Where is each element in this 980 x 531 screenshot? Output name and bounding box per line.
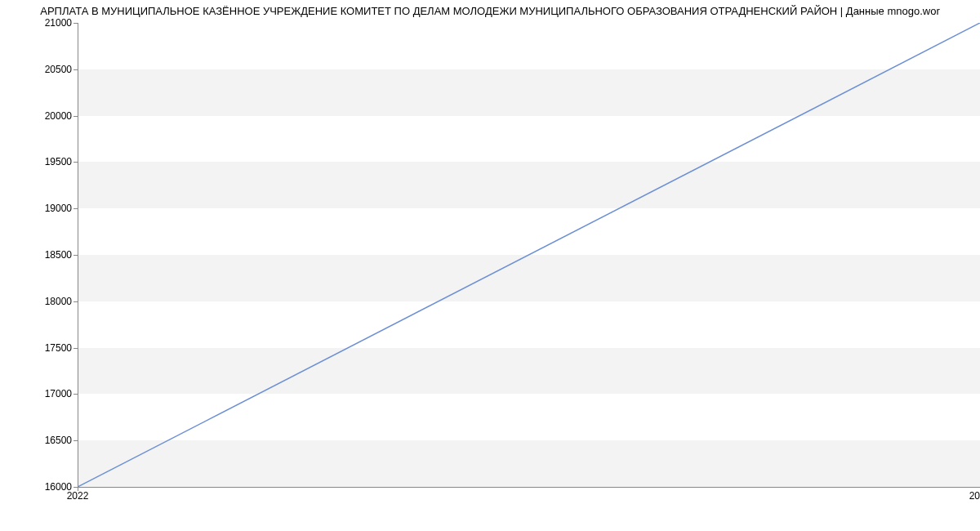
grid-band [78,348,980,395]
y-tick-mark [74,116,78,117]
y-tick-mark [74,255,78,256]
y-tick-label: 19500 [7,156,72,167]
y-tick-mark [74,208,78,209]
y-tick-mark [74,23,78,24]
grid-band [78,440,980,487]
y-tick-mark [74,162,78,163]
x-tick-label: 2022 [67,490,89,502]
y-tick-label: 17500 [7,342,72,354]
grid-band [78,255,980,301]
y-tick-label: 18500 [7,249,72,261]
y-tick-mark [74,394,78,395]
y-tick-label: 20500 [7,64,72,75]
plot-area [78,23,980,487]
y-tick-label: 17000 [7,388,72,399]
y-tick-label: 16500 [7,435,72,446]
x-tick-mark [78,487,78,491]
grid-band [78,69,980,116]
y-tick-label: 18000 [7,296,72,307]
grid-band [78,162,980,208]
y-tick-label: 20000 [7,110,72,122]
y-tick-mark [74,301,78,302]
y-tick-label: 16000 [7,481,72,493]
chart-container: АРПЛАТА В МУНИЦИПАЛЬНОЕ КАЗЁННОЕ УЧРЕЖДЕ… [0,0,980,531]
y-tick-mark [74,69,78,70]
chart-title: АРПЛАТА В МУНИЦИПАЛЬНОЕ КАЗЁННОЕ УЧРЕЖДЕ… [0,5,980,17]
y-tick-label: 21000 [7,17,72,29]
y-tick-mark [74,348,78,349]
y-tick-label: 19000 [7,203,72,214]
y-axis-line [78,23,78,487]
y-tick-mark [74,440,78,441]
x-axis-line [78,487,980,488]
x-tick-label: 2023 [969,490,980,502]
